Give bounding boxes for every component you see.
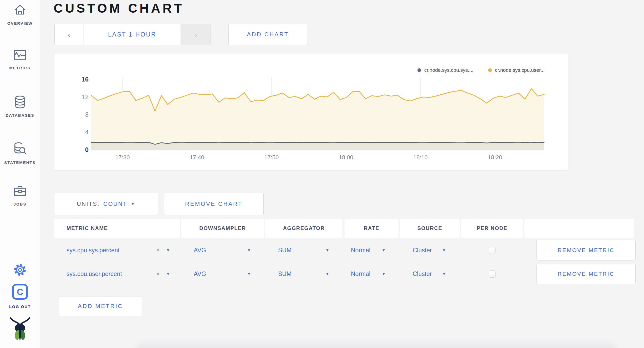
sidebar-item-databases[interactable]: DATABASES — [0, 95, 40, 117]
app-root: OVERVIEW METRICS DATABASES — [0, 0, 644, 348]
clear-metric-icon[interactable]: × — [156, 262, 160, 286]
chevron-down-icon[interactable]: ▼ — [247, 262, 251, 286]
column-header-per-node: PER NODE — [461, 219, 523, 238]
chevron-right-icon: › — [194, 29, 197, 40]
rate-dropdown[interactable]: Normal — [351, 238, 370, 262]
time-range-next-button[interactable]: › — [181, 24, 211, 45]
source-dropdown[interactable]: Cluster — [413, 238, 432, 262]
svg-text:8: 8 — [85, 111, 89, 118]
chevron-down-icon[interactable]: ▼ — [166, 262, 170, 286]
aggregator-dropdown[interactable]: SUM — [278, 262, 292, 286]
column-header-downsampler: DOWNSAMPLER — [181, 219, 264, 238]
gear-icon — [13, 263, 27, 277]
legend-item[interactable]: cr.node.sys.cpu.sys.... — [417, 67, 473, 73]
chevron-down-icon[interactable]: ▼ — [442, 262, 446, 286]
svg-text:0: 0 — [85, 146, 89, 153]
logout-c-icon: C — [12, 283, 28, 300]
statements-icon — [13, 142, 27, 156]
metrics-icon — [13, 49, 27, 62]
per-node-checkbox[interactable] — [489, 270, 496, 278]
chevron-down-icon[interactable]: ▼ — [247, 238, 251, 262]
column-header-actions — [524, 219, 634, 238]
time-range-prev-button[interactable]: ‹ — [55, 24, 84, 45]
cockroach-logo-icon — [9, 317, 31, 343]
legend-dot-icon — [488, 68, 492, 72]
add-metric-button[interactable]: ADD METRIC — [59, 296, 142, 316]
svg-text:18:20: 18:20 — [488, 154, 502, 161]
chevron-down-icon[interactable]: ▼ — [325, 262, 329, 286]
units-dropdown[interactable]: UNITS: COUNT ▼ — [54, 193, 158, 215]
chart-card: 17:3017:4017:5018:0018:1018:200481216 cr… — [54, 54, 568, 170]
aggregator-dropdown[interactable]: SUM — [278, 238, 292, 262]
jobs-icon — [13, 185, 27, 198]
column-header-aggregator: AGGREGATOR — [265, 219, 343, 238]
column-header-metric-name: METRIC NAME — [54, 219, 180, 238]
sidebar-item-statements[interactable]: STATEMENTS — [0, 142, 40, 165]
column-header-rate: RATE — [345, 219, 398, 238]
sidebar-item-jobs[interactable]: JOBS — [0, 185, 40, 206]
sidebar-item-label: JOBS — [0, 202, 40, 206]
next-section-shadow — [137, 344, 615, 348]
column-header-source: SOURCE — [400, 219, 460, 238]
svg-text:12: 12 — [82, 94, 89, 100]
clear-metric-icon[interactable]: × — [156, 238, 160, 262]
svg-text:16: 16 — [81, 76, 89, 83]
table-row: sys.cpu.sys.percent × ▼ AVG ▼ SUM ▼ Norm… — [54, 238, 636, 262]
sidebar-item-label: DATABASES — [0, 113, 40, 117]
legend-label: cr.node.sys.cpu.sys.... — [424, 67, 473, 73]
svg-text:C: C — [17, 287, 23, 297]
units-label: UNITS: — [77, 201, 100, 207]
downsampler-dropdown[interactable]: AVG — [194, 238, 206, 262]
chevron-down-icon[interactable]: ▼ — [166, 238, 170, 262]
chevron-left-icon: ‹ — [68, 29, 70, 40]
svg-text:17:50: 17:50 — [264, 154, 279, 161]
sidebar-item-label: METRICS — [0, 66, 40, 70]
svg-text:17:30: 17:30 — [115, 154, 130, 161]
sidebar-item-label: STATEMENTS — [0, 160, 40, 165]
database-icon — [13, 95, 27, 109]
remove-metric-button[interactable]: REMOVE METRIC — [536, 264, 636, 284]
sidebar-logout[interactable]: C LOG OUT — [0, 283, 40, 309]
chevron-down-icon[interactable]: ▼ — [325, 238, 329, 262]
svg-text:18:10: 18:10 — [413, 154, 428, 161]
legend-item[interactable]: cr.node.sys.cpu.user... — [488, 67, 545, 73]
metric-name-dropdown[interactable]: sys.cpu.sys.percent — [67, 238, 120, 262]
chevron-down-icon: ▼ — [131, 202, 136, 206]
sidebar-item-metrics[interactable]: METRICS — [0, 49, 40, 70]
rate-dropdown[interactable]: Normal — [351, 262, 370, 286]
chevron-down-icon[interactable]: ▼ — [382, 238, 386, 262]
add-chart-button[interactable]: ADD CHART — [228, 24, 307, 45]
sidebar-settings[interactable] — [0, 263, 40, 277]
page-title: CUSTOM CHART — [54, 0, 184, 17]
svg-text:17:40: 17:40 — [190, 154, 204, 161]
time-range-dropdown[interactable]: LAST 1 HOUR — [84, 24, 181, 45]
sidebar-logo — [0, 317, 40, 343]
sidebar-item-overview[interactable]: OVERVIEW — [0, 4, 40, 25]
legend-dot-icon — [417, 68, 421, 72]
home-icon — [13, 4, 27, 17]
svg-text:18:00: 18:00 — [339, 154, 353, 161]
table-row: sys.cpu.user.percent × ▼ AVG ▼ SUM ▼ Nor… — [54, 262, 636, 286]
units-value: COUNT — [103, 201, 127, 207]
chevron-down-icon[interactable]: ▼ — [442, 238, 446, 262]
downsampler-dropdown[interactable]: AVG — [194, 262, 206, 286]
sidebar-item-label: OVERVIEW — [0, 21, 40, 25]
sidebar: OVERVIEW METRICS DATABASES — [0, 0, 40, 348]
logout-label: LOG OUT — [0, 304, 40, 309]
time-range-selector: ‹ LAST 1 HOUR › — [54, 24, 211, 45]
remove-metric-button[interactable]: REMOVE METRIC — [536, 240, 636, 260]
chart-legend: cr.node.sys.cpu.sys....cr.node.sys.cpu.u… — [417, 67, 545, 73]
per-node-checkbox[interactable] — [489, 247, 496, 254]
remove-chart-button[interactable]: REMOVE CHART — [164, 193, 264, 215]
svg-text:4: 4 — [85, 129, 89, 136]
metric-name-dropdown[interactable]: sys.cpu.user.percent — [67, 262, 122, 286]
chevron-down-icon[interactable]: ▼ — [382, 262, 386, 286]
legend-label: cr.node.sys.cpu.user... — [495, 67, 545, 73]
source-dropdown[interactable]: Cluster — [413, 262, 432, 286]
